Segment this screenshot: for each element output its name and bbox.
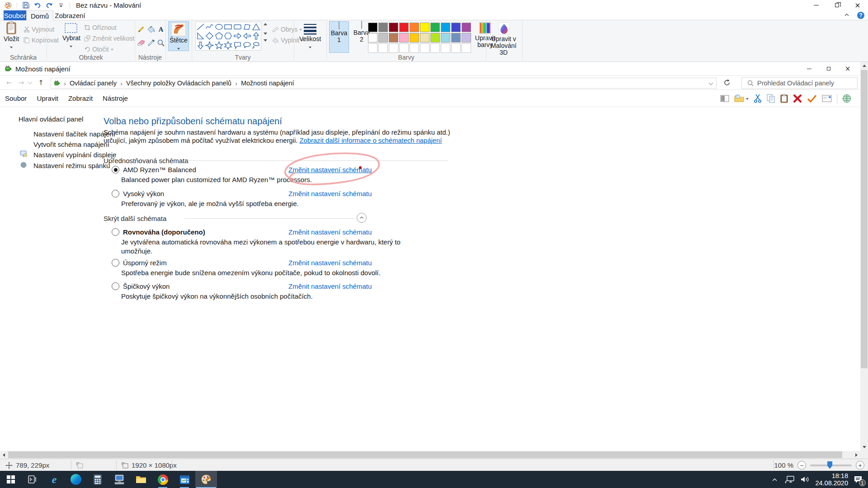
more-info-link[interactable]: Zobrazit další informace o schématech na… [299,137,442,144]
select-button[interactable]: Vybrat [62,21,80,49]
help-icon[interactable]: ? [857,12,864,19]
palette-empty-slot[interactable] [441,43,450,53]
panel-view-icon[interactable] [720,94,729,103]
palette-color[interactable] [441,33,450,42]
palette-empty-slot[interactable] [378,43,388,53]
restore-button[interactable] [826,0,847,10]
shape-callout-rect-icon[interactable] [233,41,242,50]
close-button[interactable]: × [847,0,868,10]
palette-color[interactable] [451,23,461,32]
taskbar-paint-button[interactable] [195,471,217,488]
radio-ultimate-performance[interactable] [112,282,119,290]
search-box[interactable] [741,77,858,89]
po-close-button[interactable]: × [839,62,857,75]
search-input[interactable] [757,80,848,87]
palette-color[interactable] [410,33,419,42]
palette-empty-slot[interactable] [451,43,461,53]
palette-empty-slot[interactable] [389,43,398,53]
notifications-icon[interactable]: 1 [853,474,863,485]
taskbar-internet-explorer-button[interactable]: e [43,471,65,488]
palette-color[interactable] [462,33,471,42]
po-minimize-button[interactable] [800,62,818,75]
globe-icon[interactable] [842,94,851,103]
vscroll-thumb[interactable] [861,70,868,368]
shape-ellipse-icon[interactable] [215,23,223,31]
magnifier-icon[interactable] [156,38,165,47]
text-icon[interactable]: A [156,25,165,34]
taskbar-edge-button[interactable] [65,471,87,488]
paint3d-button[interactable]: Upravit v Malování 3D [488,21,520,56]
palette-color[interactable] [410,23,419,32]
taskbar-calculator-button[interactable] [87,471,108,488]
clock[interactable]: 18:18 24.08.2020 [815,472,848,487]
brushes-button[interactable]: Štětce [168,21,189,51]
palette-empty-slot[interactable] [368,43,377,53]
palette-color[interactable] [399,23,409,32]
forward-icon[interactable]: → [19,79,24,87]
shape-right-triangle-icon[interactable] [196,32,205,40]
minimize-button[interactable] [806,0,826,10]
paste-button[interactable]: Vložit [3,21,20,50]
palette-empty-slot[interactable] [410,43,419,53]
properties-icon[interactable] [822,95,832,102]
check-icon[interactable] [807,94,817,103]
eraser-icon[interactable] [137,38,146,47]
palette-color[interactable] [451,33,461,42]
vertical-scrollbar[interactable] [860,62,868,451]
network-icon[interactable] [784,474,795,485]
customize-qat-icon[interactable] [57,1,66,9]
shapes-more-icon[interactable] [264,42,267,49]
menu-file[interactable]: Soubor [0,94,32,102]
shape-line-icon[interactable] [196,23,205,31]
menu-view[interactable]: Zobrazit [63,94,98,102]
shape-arrow-right-icon[interactable] [233,32,242,40]
zoom-out-button[interactable]: − [797,461,806,469]
change-plan-settings-link[interactable]: Změnit nastavení schématu [288,282,372,290]
delete-icon[interactable] [793,94,802,103]
hidden-icons-chevron-icon[interactable] [769,474,780,485]
back-icon[interactable]: ← [6,79,12,87]
palette-color[interactable] [420,23,429,32]
scroll-left-icon[interactable] [3,453,5,457]
shape-triangle-icon[interactable] [252,23,260,31]
palette-color[interactable] [430,33,440,42]
shape-star-4-icon[interactable] [205,41,214,50]
up-icon[interactable]: ↑ [38,79,44,87]
change-plan-settings-link[interactable]: Změnit nastavení schématu [288,259,372,267]
color-picker-icon[interactable] [146,38,156,47]
menu-edit[interactable]: Upravit [32,94,63,102]
palette-color[interactable] [462,23,471,32]
change-plan-settings-link[interactable]: Změnit nastavení schématu [288,228,372,236]
shape-callout-oval-icon[interactable] [243,41,251,50]
history-chevron-icon[interactable] [28,80,33,84]
taskbar-computer-button[interactable] [108,471,130,488]
shape-arrow-up-icon[interactable] [252,32,260,40]
taskbar-file-explorer-button[interactable] [130,471,152,488]
shape-callout-cloud-icon[interactable] [252,41,260,50]
shapes-scroll-down-icon[interactable] [264,33,267,35]
copy-icon[interactable] [767,94,775,103]
size-button[interactable]: Velikost [297,21,323,50]
taskbar-system-window-button[interactable] [174,471,195,488]
shape-star-6-icon[interactable] [224,41,232,50]
scroll-down-icon[interactable] [863,446,866,448]
zoom-slider[interactable] [810,465,852,466]
palette-color[interactable] [368,23,377,32]
shape-curve-icon[interactable] [205,23,214,31]
save-icon[interactable] [21,1,30,9]
palette-color[interactable] [441,23,450,32]
sidebar-item[interactable]: Nastavení režimu spánku [33,162,110,169]
palette-empty-slot[interactable] [430,43,440,53]
palette-color[interactable] [399,33,409,42]
sidebar-item[interactable]: Vytvořit schéma napájení [33,141,109,148]
shape-diamond-icon[interactable] [205,32,214,40]
palette-color[interactable] [389,33,398,42]
tab-file[interactable]: Soubor [4,10,26,20]
resize-button[interactable]: Změnit velikost [84,35,134,42]
crop-button[interactable]: Oříznout [84,24,117,31]
address-dropdown-icon[interactable] [709,80,713,85]
breadcrumb-item[interactable]: Možnosti napájení [241,80,294,87]
collapse-section-button[interactable] [357,213,367,223]
hscroll-thumb[interactable] [8,451,842,458]
breadcrumb-item[interactable]: Všechny položky Ovládacích panelů [126,80,231,87]
